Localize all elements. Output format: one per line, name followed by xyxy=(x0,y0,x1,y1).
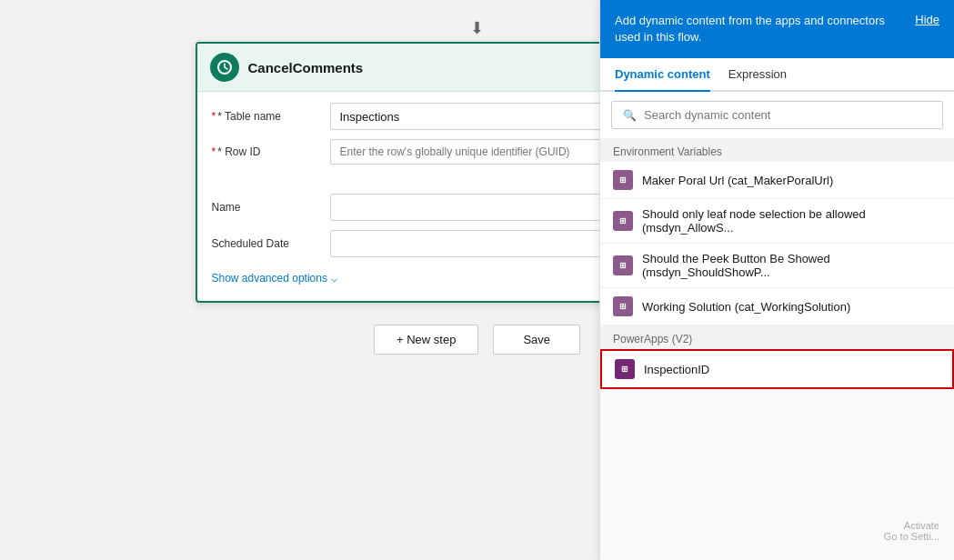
activate-line2: Go to Setti... xyxy=(884,531,939,542)
card-title: CancelComments xyxy=(248,60,364,75)
inspection-id-text: InspectionID xyxy=(644,363,939,376)
search-icon: 🔍 xyxy=(623,109,637,122)
table-name-value: Inspections xyxy=(340,110,400,124)
env-icon-3: ⊞ xyxy=(613,296,633,316)
name-label: Name xyxy=(212,201,330,214)
card-header-left: CancelComments xyxy=(210,53,364,82)
inspection-id-item[interactable]: ⊞ InspectionID xyxy=(600,349,954,389)
list-item[interactable]: ⊞ Working Solution (cat_WorkingSolution) xyxy=(600,288,954,325)
save-button[interactable]: Save xyxy=(493,325,580,355)
tab-dynamic-content[interactable]: Dynamic content xyxy=(615,58,710,92)
activate-watermark: Activate Go to Setti... xyxy=(884,520,939,542)
card-logo xyxy=(210,53,239,82)
activate-line1: Activate xyxy=(884,520,939,531)
env-variables-section-label: Environment Variables xyxy=(600,138,954,162)
list-item[interactable]: ⊞ Should only leaf node selection be all… xyxy=(600,199,954,244)
scheduled-date-label: Scheduled Date xyxy=(212,237,330,250)
panel-header: Add dynamic content from the apps and co… xyxy=(600,0,954,58)
item-text-2: Should the Peek Button Be Showed (msdyn_… xyxy=(642,252,941,279)
powerapps-icon: ⊞ xyxy=(615,359,635,379)
panel-tabs: Dynamic content Expression xyxy=(600,58,954,92)
panel-search-area: 🔍 xyxy=(600,92,954,138)
item-text-1: Should only leaf node selection be allow… xyxy=(642,207,941,235)
panel-header-text: Add dynamic content from the apps and co… xyxy=(615,13,904,45)
action-buttons: + New step Save xyxy=(374,325,580,355)
tab-expression[interactable]: Expression xyxy=(728,58,787,92)
env-icon-1: ⊞ xyxy=(613,211,633,231)
item-text-3: Working Solution (cat_WorkingSolution) xyxy=(642,300,941,314)
chevron-down-advanced-icon: ⌵ xyxy=(331,272,337,285)
advanced-options-label: Show advanced options xyxy=(212,272,327,285)
env-icon-0: ⊞ xyxy=(613,170,633,190)
table-name-label: ** Table name xyxy=(212,110,330,123)
search-input[interactable] xyxy=(644,108,931,122)
panel-content: Environment Variables ⊞ Maker Poral Url … xyxy=(600,138,954,560)
env-icon-2: ⊞ xyxy=(613,255,633,275)
row-id-label: ** Row ID xyxy=(212,145,330,158)
list-item[interactable]: ⊞ Maker Poral Url (cat_MakerPoralUrl) xyxy=(600,162,954,199)
powerapps-section-label: PowerApps (V2) xyxy=(600,325,954,349)
new-step-button[interactable]: + New step xyxy=(374,325,478,355)
connector-arrow: ⬇ xyxy=(470,18,484,38)
panel-hide-button[interactable]: Hide xyxy=(915,13,939,26)
list-item[interactable]: ⊞ Should the Peek Button Be Showed (msdy… xyxy=(600,244,954,288)
search-box: 🔍 xyxy=(611,101,943,129)
item-text-0: Maker Poral Url (cat_MakerPoralUrl) xyxy=(642,174,941,187)
dynamic-content-panel: Add dynamic content from the apps and co… xyxy=(599,0,954,560)
